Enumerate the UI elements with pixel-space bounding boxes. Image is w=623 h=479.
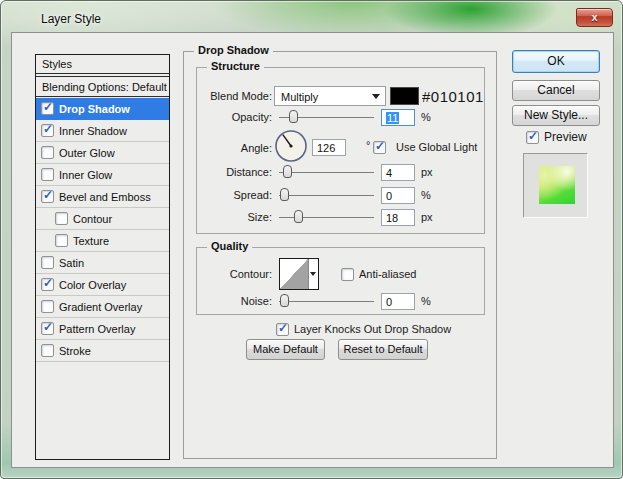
style-item-checkbox[interactable]: ✓ xyxy=(41,344,54,357)
distance-label: Distance: xyxy=(197,166,272,178)
opacity-slider-thumb[interactable] xyxy=(289,110,298,123)
style-list-item[interactable]: ✓ Gradient Overlay xyxy=(36,296,169,318)
close-button[interactable]: x xyxy=(576,8,613,27)
noise-unit: % xyxy=(421,295,431,307)
distance-unit: px xyxy=(421,166,433,178)
new-style-button[interactable]: New Style... xyxy=(512,105,600,126)
contour-picker[interactable] xyxy=(279,258,319,290)
drop-shadow-panel: Drop Shadow Structure Blend Mode: Multip… xyxy=(183,51,497,459)
noise-label: Noise: xyxy=(197,295,272,307)
blend-mode-label: Blend Mode: xyxy=(197,90,272,102)
style-item-label: Satin xyxy=(59,257,84,269)
preview-checkbox[interactable]: ✓ xyxy=(526,131,539,144)
opacity-unit: % xyxy=(421,111,431,123)
style-item-label: Inner Shadow xyxy=(59,125,127,137)
quality-group-title: Quality xyxy=(207,240,252,252)
contour-label: Contour: xyxy=(197,268,272,280)
make-default-button[interactable]: Make Default xyxy=(246,339,325,360)
title-bar[interactable]: Layer Style x xyxy=(1,1,622,32)
preview-label: Preview xyxy=(544,130,587,144)
window-title: Layer Style xyxy=(41,12,101,26)
distance-field[interactable]: 4 xyxy=(381,164,415,181)
spread-slider[interactable] xyxy=(279,188,374,202)
shadow-color-swatch[interactable] xyxy=(390,87,419,105)
size-field[interactable]: 18 xyxy=(381,209,415,226)
opacity-slider[interactable] xyxy=(279,110,374,124)
style-item-checkbox[interactable]: ✓ xyxy=(41,190,54,203)
reset-to-default-button[interactable]: Reset to Default xyxy=(338,339,428,360)
angle-row: Angle: 126 ° ✓ Use Global Light xyxy=(197,131,478,165)
spread-unit: % xyxy=(421,189,431,201)
preview-toggle-row: ✓ Preview xyxy=(526,130,587,144)
style-item-checkbox[interactable]: ✓ xyxy=(55,234,68,247)
style-item-checkbox[interactable]: ✓ xyxy=(41,278,54,291)
distance-slider-thumb[interactable] xyxy=(283,165,292,178)
size-slider[interactable] xyxy=(279,210,374,224)
style-list-item[interactable]: ✓ Color Overlay xyxy=(36,274,169,296)
layer-style-window: Layer Style x Styles Blending Options: D… xyxy=(0,0,623,479)
shadow-color-hex: #010101 xyxy=(422,88,484,105)
angle-dial[interactable] xyxy=(274,129,308,163)
style-item-checkbox[interactable]: ✓ xyxy=(41,300,54,313)
style-item-label: Stroke xyxy=(59,345,91,357)
styles-header: Styles xyxy=(36,55,169,74)
style-item-label: Contour xyxy=(73,213,112,225)
style-list-item[interactable]: ✓ Inner Shadow xyxy=(36,120,169,142)
style-item-label: Color Overlay xyxy=(59,279,126,291)
drop-shadow-panel-title: Drop Shadow xyxy=(194,44,273,56)
noise-slider-thumb[interactable] xyxy=(280,294,289,307)
style-item-label: Bevel and Emboss xyxy=(59,191,151,203)
noise-slider[interactable] xyxy=(279,294,374,308)
size-row: Size: 18 px xyxy=(197,208,478,226)
style-list-item[interactable]: ✓ Drop Shadow xyxy=(36,98,169,120)
distance-slider[interactable] xyxy=(279,165,374,179)
contour-row: Contour: ✓ Anti-aliased xyxy=(197,258,478,290)
chevron-down-icon[interactable] xyxy=(309,259,318,289)
style-list-item[interactable]: ✓ Pattern Overlay xyxy=(36,318,169,340)
layer-knocks-out-checkbox[interactable]: ✓ xyxy=(276,323,289,336)
layer-style-preview-thumbnail xyxy=(539,166,575,204)
style-item-checkbox[interactable]: ✓ xyxy=(41,322,54,335)
style-item-checkbox[interactable]: ✓ xyxy=(41,256,54,269)
style-list-item[interactable]: ✓ Satin xyxy=(36,252,169,274)
style-list-item[interactable]: ✓ Bevel and Emboss xyxy=(36,186,169,208)
style-item-checkbox[interactable]: ✓ xyxy=(41,146,54,159)
blend-mode-dropdown[interactable]: Multiply xyxy=(274,86,386,106)
close-icon: x xyxy=(591,11,597,23)
style-list: ✓ Drop Shadow ✓ Inner Shadow ✓ Outer Glo… xyxy=(36,98,169,362)
style-list-item[interactable]: ✓ Stroke xyxy=(36,340,169,362)
anti-aliased-checkbox[interactable]: ✓ xyxy=(341,268,354,281)
use-global-light-checkbox[interactable]: ✓ xyxy=(373,141,386,154)
chevron-down-icon xyxy=(372,94,380,99)
style-list-item[interactable]: ✓ Texture xyxy=(36,230,169,252)
style-list-item[interactable]: ✓ Outer Glow xyxy=(36,142,169,164)
structure-group: Structure Blend Mode: Multiply #010101 O… xyxy=(196,67,485,234)
style-item-checkbox[interactable]: ✓ xyxy=(41,124,54,137)
cancel-button[interactable]: Cancel xyxy=(512,80,600,101)
structure-group-title: Structure xyxy=(207,60,264,72)
opacity-field[interactable]: 11 xyxy=(381,109,415,126)
style-list-item[interactable]: ✓ Inner Glow xyxy=(36,164,169,186)
quality-group: Quality Contour: ✓ Anti-aliased Noise: xyxy=(196,247,485,315)
noise-field[interactable]: 0 xyxy=(381,293,415,310)
distance-row: Distance: 4 px xyxy=(197,163,478,181)
style-item-label: Drop Shadow xyxy=(59,103,130,115)
angle-label: Angle: xyxy=(197,142,272,154)
spread-slider-track xyxy=(279,195,374,196)
spread-field[interactable]: 0 xyxy=(381,187,415,204)
blend-mode-value: Multiply xyxy=(281,91,318,103)
blending-options-item[interactable]: Blending Options: Default xyxy=(36,76,169,97)
anti-aliased-label: Anti-aliased xyxy=(359,268,416,280)
spread-slider-thumb[interactable] xyxy=(280,188,289,201)
style-item-checkbox[interactable]: ✓ xyxy=(41,102,54,115)
style-item-checkbox[interactable]: ✓ xyxy=(41,168,54,181)
angle-field[interactable]: 126 xyxy=(312,139,346,156)
style-list-item[interactable]: ✓ Contour xyxy=(36,208,169,230)
opacity-row: Opacity: 11 % xyxy=(197,108,478,126)
noise-row: Noise: 0 % xyxy=(197,292,478,310)
size-slider-thumb[interactable] xyxy=(294,210,303,223)
style-item-checkbox[interactable]: ✓ xyxy=(55,212,68,225)
ok-button[interactable]: OK xyxy=(512,50,600,73)
spread-label: Spread: xyxy=(197,189,272,201)
size-label: Size: xyxy=(197,211,272,223)
